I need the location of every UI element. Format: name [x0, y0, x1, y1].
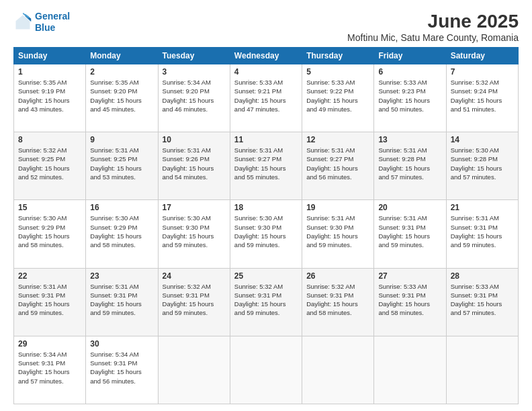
- day-detail: Sunrise: 5:35 AMSunset: 9:19 PMDaylight:…: [18, 78, 81, 113]
- day-number: 26: [306, 271, 369, 281]
- day-cell-5: 5 Sunrise: 5:33 AMSunset: 9:22 PMDayligh…: [302, 64, 374, 132]
- week-row-1: 1 Sunrise: 5:35 AMSunset: 9:19 PMDayligh…: [14, 64, 519, 132]
- day-number: 15: [18, 203, 81, 212]
- day-detail: Sunrise: 5:31 AMSunset: 9:28 PMDaylight:…: [378, 146, 441, 181]
- day-number: 10: [163, 135, 226, 144]
- empty-cell: [374, 336, 446, 404]
- day-number: 30: [90, 339, 153, 349]
- day-number: 17: [163, 203, 226, 212]
- subtitle: Moftinu Mic, Satu Mare County, Romania: [347, 32, 519, 43]
- day-number: 8: [18, 135, 81, 144]
- week-row-4: 22 Sunrise: 5:31 AMSunset: 9:31 PMDaylig…: [14, 268, 519, 336]
- main-title: June 2025: [347, 11, 519, 32]
- day-detail: Sunrise: 5:34 AMSunset: 9:31 PMDaylight:…: [18, 350, 81, 385]
- day-detail: Sunrise: 5:31 AMSunset: 9:27 PMDaylight:…: [234, 146, 298, 181]
- day-number: 2: [90, 67, 153, 77]
- day-cell-28: 28 Sunrise: 5:33 AMSunset: 9:31 PMDaylig…: [446, 268, 518, 336]
- empty-cell: [446, 336, 518, 404]
- day-number: 6: [378, 67, 441, 77]
- column-header-friday: Friday: [374, 48, 446, 64]
- day-cell-6: 6 Sunrise: 5:33 AMSunset: 9:23 PMDayligh…: [374, 64, 446, 132]
- day-number: 1: [18, 67, 81, 77]
- day-detail: Sunrise: 5:33 AMSunset: 9:21 PMDaylight:…: [234, 78, 298, 113]
- day-cell-17: 17 Sunrise: 5:30 AMSunset: 9:30 PMDaylig…: [158, 200, 230, 268]
- column-header-saturday: Saturday: [446, 48, 518, 64]
- empty-cell: [230, 336, 302, 404]
- day-cell-19: 19 Sunrise: 5:31 AMSunset: 9:30 PMDaylig…: [302, 200, 374, 268]
- day-detail: Sunrise: 5:34 AMSunset: 9:20 PMDaylight:…: [163, 78, 226, 113]
- day-detail: Sunrise: 5:31 AMSunset: 9:30 PMDaylight:…: [306, 214, 369, 249]
- day-detail: Sunrise: 5:31 AMSunset: 9:31 PMDaylight:…: [378, 214, 441, 249]
- column-header-thursday: Thursday: [302, 48, 374, 64]
- day-cell-25: 25 Sunrise: 5:32 AMSunset: 9:31 PMDaylig…: [230, 268, 302, 336]
- day-cell-14: 14 Sunrise: 5:30 AMSunset: 9:28 PMDaylig…: [446, 132, 518, 200]
- day-cell-24: 24 Sunrise: 5:32 AMSunset: 9:31 PMDaylig…: [158, 268, 230, 336]
- day-detail: Sunrise: 5:30 AMSunset: 9:29 PMDaylight:…: [18, 214, 81, 249]
- day-number: 20: [378, 203, 441, 212]
- week-row-2: 8 Sunrise: 5:32 AMSunset: 9:25 PMDayligh…: [14, 132, 519, 200]
- day-cell-2: 2 Sunrise: 5:35 AMSunset: 9:20 PMDayligh…: [86, 64, 158, 132]
- day-number: 5: [306, 67, 369, 77]
- logo: General Blue: [13, 11, 70, 34]
- day-detail: Sunrise: 5:32 AMSunset: 9:24 PMDaylight:…: [451, 78, 514, 113]
- day-detail: Sunrise: 5:32 AMSunset: 9:31 PMDaylight:…: [163, 282, 226, 318]
- day-cell-3: 3 Sunrise: 5:34 AMSunset: 9:20 PMDayligh…: [158, 64, 230, 132]
- column-header-wednesday: Wednesday: [230, 48, 302, 64]
- day-detail: Sunrise: 5:30 AMSunset: 9:30 PMDaylight:…: [234, 214, 298, 249]
- day-number: 29: [18, 339, 81, 349]
- day-cell-16: 16 Sunrise: 5:30 AMSunset: 9:29 PMDaylig…: [86, 200, 158, 268]
- day-detail: Sunrise: 5:31 AMSunset: 9:25 PMDaylight:…: [90, 146, 153, 181]
- week-row-3: 15 Sunrise: 5:30 AMSunset: 9:29 PMDaylig…: [14, 200, 519, 268]
- header: General Blue June 2025 Moftinu Mic, Satu…: [13, 11, 519, 43]
- calendar-table: SundayMondayTuesdayWednesdayThursdayFrid…: [13, 47, 519, 404]
- day-detail: Sunrise: 5:30 AMSunset: 9:30 PMDaylight:…: [163, 214, 226, 249]
- day-number: 7: [451, 67, 514, 77]
- day-number: 13: [378, 135, 441, 144]
- day-detail: Sunrise: 5:31 AMSunset: 9:27 PMDaylight:…: [306, 146, 369, 181]
- day-cell-7: 7 Sunrise: 5:32 AMSunset: 9:24 PMDayligh…: [446, 64, 518, 132]
- day-detail: Sunrise: 5:32 AMSunset: 9:31 PMDaylight:…: [234, 282, 298, 318]
- logo-line2: Blue: [35, 22, 70, 34]
- day-cell-21: 21 Sunrise: 5:31 AMSunset: 9:31 PMDaylig…: [446, 200, 518, 268]
- day-cell-29: 29 Sunrise: 5:34 AMSunset: 9:31 PMDaylig…: [14, 336, 86, 404]
- day-cell-9: 9 Sunrise: 5:31 AMSunset: 9:25 PMDayligh…: [86, 132, 158, 200]
- logo-text: General Blue: [35, 11, 70, 34]
- logo-line1: General: [35, 11, 70, 21]
- day-detail: Sunrise: 5:33 AMSunset: 9:31 PMDaylight:…: [378, 282, 441, 318]
- day-detail: Sunrise: 5:31 AMSunset: 9:31 PMDaylight:…: [451, 214, 514, 249]
- logo-icon: [13, 13, 32, 32]
- day-detail: Sunrise: 5:30 AMSunset: 9:29 PMDaylight:…: [90, 214, 153, 249]
- day-cell-4: 4 Sunrise: 5:33 AMSunset: 9:21 PMDayligh…: [230, 64, 302, 132]
- header-row: SundayMondayTuesdayWednesdayThursdayFrid…: [14, 48, 519, 64]
- day-number: 14: [451, 135, 514, 144]
- day-detail: Sunrise: 5:30 AMSunset: 9:28 PMDaylight:…: [451, 146, 514, 181]
- day-detail: Sunrise: 5:31 AMSunset: 9:31 PMDaylight:…: [18, 282, 81, 318]
- day-cell-10: 10 Sunrise: 5:31 AMSunset: 9:26 PMDaylig…: [158, 132, 230, 200]
- day-cell-23: 23 Sunrise: 5:31 AMSunset: 9:31 PMDaylig…: [86, 268, 158, 336]
- day-cell-15: 15 Sunrise: 5:30 AMSunset: 9:29 PMDaylig…: [14, 200, 86, 268]
- day-detail: Sunrise: 5:31 AMSunset: 9:31 PMDaylight:…: [90, 282, 153, 318]
- day-cell-27: 27 Sunrise: 5:33 AMSunset: 9:31 PMDaylig…: [374, 268, 446, 336]
- day-number: 16: [90, 203, 153, 212]
- day-cell-11: 11 Sunrise: 5:31 AMSunset: 9:27 PMDaylig…: [230, 132, 302, 200]
- day-cell-26: 26 Sunrise: 5:32 AMSunset: 9:31 PMDaylig…: [302, 268, 374, 336]
- day-number: 25: [234, 271, 298, 281]
- day-cell-12: 12 Sunrise: 5:31 AMSunset: 9:27 PMDaylig…: [302, 132, 374, 200]
- day-number: 11: [234, 135, 298, 144]
- day-detail: Sunrise: 5:31 AMSunset: 9:26 PMDaylight:…: [163, 146, 226, 181]
- day-detail: Sunrise: 5:32 AMSunset: 9:25 PMDaylight:…: [18, 146, 81, 181]
- day-number: 9: [90, 135, 153, 144]
- day-number: 21: [451, 203, 514, 212]
- column-header-sunday: Sunday: [14, 48, 86, 64]
- day-number: 3: [163, 67, 226, 77]
- day-detail: Sunrise: 5:33 AMSunset: 9:31 PMDaylight:…: [451, 282, 514, 318]
- day-number: 22: [18, 271, 81, 281]
- day-detail: Sunrise: 5:33 AMSunset: 9:22 PMDaylight:…: [306, 78, 369, 113]
- day-cell-30: 30 Sunrise: 5:34 AMSunset: 9:31 PMDaylig…: [86, 336, 158, 404]
- day-number: 18: [234, 203, 298, 212]
- column-header-monday: Monday: [86, 48, 158, 64]
- title-block: June 2025 Moftinu Mic, Satu Mare County,…: [347, 11, 519, 43]
- day-number: 4: [234, 67, 298, 77]
- day-detail: Sunrise: 5:35 AMSunset: 9:20 PMDaylight:…: [90, 78, 153, 113]
- day-number: 28: [451, 271, 514, 281]
